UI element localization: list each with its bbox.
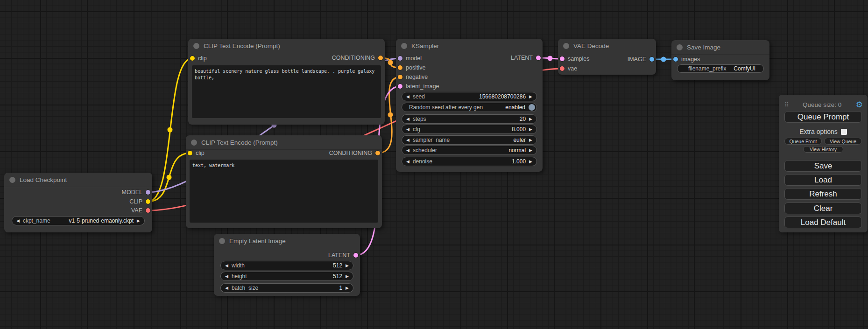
scheduler-widget[interactable]: ◀ scheduler normal ▶ xyxy=(402,146,537,155)
queue-panel[interactable]: ⠿ Queue size: 0 ⚙ Queue Prompt Extra opt… xyxy=(779,95,868,232)
arrow-left-icon[interactable]: ◀ xyxy=(406,127,409,132)
arrow-left-icon[interactable]: ◀ xyxy=(406,160,409,164)
output-slot-conditioning[interactable]: CONDITIONING xyxy=(332,53,383,63)
arrow-right-icon[interactable]: ▶ xyxy=(529,160,532,164)
cfg-widget[interactable]: ◀ cfg 8.000 ▶ xyxy=(402,125,537,134)
sampler-name-widget[interactable]: ◀ sampler_name euler ▶ xyxy=(402,135,537,145)
node-vae-decode[interactable]: VAE Decode samples vae IMAGE xyxy=(558,39,656,75)
height-widget[interactable]: ◀ height 512 ▶ xyxy=(220,272,353,281)
collapse-dot-icon[interactable] xyxy=(9,177,15,183)
view-history-button[interactable]: View History xyxy=(803,146,843,153)
image-port-icon[interactable] xyxy=(649,57,654,62)
random-seed-toggle[interactable]: Random seed after every gen enabled xyxy=(402,103,537,112)
node-load-checkpoint[interactable]: Load Checkpoint MODEL CLIP VAE ◀ ckpt_na… xyxy=(4,173,152,232)
collapse-dot-icon[interactable] xyxy=(219,238,225,244)
arrow-right-icon[interactable]: ▶ xyxy=(346,286,349,290)
toggle-knob-icon[interactable] xyxy=(529,104,535,111)
arrow-left-icon[interactable]: ◀ xyxy=(225,274,228,279)
node-clip-text-encode-negative[interactable]: CLIP Text Encode (Prompt) clip CONDITION… xyxy=(186,135,382,228)
queue-prompt-button[interactable]: Queue Prompt xyxy=(784,111,862,123)
drag-handle-icon[interactable]: ⠿ xyxy=(784,101,789,108)
collapse-dot-icon[interactable] xyxy=(191,140,197,146)
latent-port-icon[interactable] xyxy=(353,253,358,258)
arrow-right-icon[interactable]: ▶ xyxy=(529,117,532,121)
input-slot-vae[interactable]: vae xyxy=(560,64,577,73)
conditioning-port-icon[interactable] xyxy=(375,151,380,155)
arrow-right-icon[interactable]: ▶ xyxy=(137,219,140,223)
collapse-dot-icon[interactable] xyxy=(677,44,683,50)
clip-port-icon[interactable] xyxy=(190,56,195,61)
input-slot-images[interactable]: images xyxy=(673,55,700,64)
input-slot-negative[interactable]: negative xyxy=(398,72,428,82)
arrow-left-icon[interactable]: ◀ xyxy=(225,264,228,268)
input-slot-positive[interactable]: positive xyxy=(398,63,425,72)
refresh-button[interactable]: Refresh xyxy=(784,188,862,200)
model-port-icon[interactable] xyxy=(398,56,402,61)
arrow-right-icon[interactable]: ▶ xyxy=(346,264,349,268)
arrow-left-icon[interactable]: ◀ xyxy=(406,117,409,121)
input-slot-latent-image[interactable]: latent_image xyxy=(398,82,439,91)
node-title-bar[interactable]: CLIP Text Encode (Prompt) xyxy=(186,135,382,150)
image-port-icon[interactable] xyxy=(673,57,678,62)
input-slot-clip[interactable]: clip xyxy=(190,54,207,63)
node-title-bar[interactable]: KSampler xyxy=(396,39,543,53)
prompt-textarea[interactable]: text, watermark xyxy=(190,160,378,223)
node-empty-latent-image[interactable]: Empty Latent Image LATENT ◀ width 512 ▶ … xyxy=(214,234,360,296)
save-button[interactable]: Save xyxy=(784,160,862,172)
input-slot-model[interactable]: model xyxy=(398,54,422,63)
node-save-image[interactable]: Save Image images filename_prefix ComfyU… xyxy=(671,40,769,80)
view-queue-button[interactable]: View Queue xyxy=(824,138,862,145)
arrow-right-icon[interactable]: ▶ xyxy=(529,148,532,153)
output-slot-latent[interactable]: LATENT xyxy=(511,53,541,63)
steps-widget[interactable]: ◀ steps 20 ▶ xyxy=(402,114,537,124)
arrow-left-icon[interactable]: ◀ xyxy=(406,138,409,142)
node-title-bar[interactable]: CLIP Text Encode (Prompt) xyxy=(188,39,385,53)
arrow-right-icon[interactable]: ▶ xyxy=(346,274,349,279)
load-button[interactable]: Load xyxy=(784,174,862,186)
conditioning-port-icon[interactable] xyxy=(378,56,383,60)
arrow-right-icon[interactable]: ▶ xyxy=(529,138,532,142)
extra-options-checkbox[interactable] xyxy=(841,129,847,135)
clip-port-icon[interactable] xyxy=(188,151,192,155)
conditioning-port-icon[interactable] xyxy=(398,65,402,70)
queue-front-button[interactable]: Queue Front xyxy=(784,138,822,145)
output-slot-conditioning[interactable]: CONDITIONING xyxy=(329,148,380,158)
output-slot-image[interactable]: IMAGE xyxy=(628,55,654,64)
latent-port-icon[interactable] xyxy=(536,56,541,60)
output-slot-clip[interactable]: CLIP xyxy=(129,197,150,206)
clip-port-icon[interactable] xyxy=(146,199,150,204)
output-slot-model[interactable]: MODEL xyxy=(122,188,150,197)
filename-prefix-widget[interactable]: filename_prefix ComfyUI xyxy=(677,64,764,73)
clear-button[interactable]: Clear xyxy=(784,203,862,214)
vae-port-icon[interactable] xyxy=(146,208,150,213)
collapse-dot-icon[interactable] xyxy=(401,43,407,49)
comfyui-canvas[interactable]: { "port_colors": { "model": "#B39DDB", "… xyxy=(0,0,868,329)
collapse-dot-icon[interactable] xyxy=(563,43,569,49)
denoise-widget[interactable]: ◀ denoise 1.000 ▶ xyxy=(402,157,537,166)
seed-widget[interactable]: ◀ seed 156680208700286 ▶ xyxy=(402,92,537,101)
prompt-textarea[interactable]: beautiful scenery nature glass bottle la… xyxy=(192,65,381,118)
arrow-left-icon[interactable]: ◀ xyxy=(225,286,228,290)
node-title-bar[interactable]: Empty Latent Image xyxy=(214,234,360,248)
arrow-left-icon[interactable]: ◀ xyxy=(406,148,409,153)
gear-icon[interactable]: ⚙ xyxy=(856,101,863,109)
latent-port-icon[interactable] xyxy=(560,56,565,61)
arrow-right-icon[interactable]: ▶ xyxy=(529,127,532,132)
ckpt-name-widget[interactable]: ◀ ckpt_name v1-5-pruned-emaonly.ckpt ▶ xyxy=(12,216,145,225)
node-title-bar[interactable]: Load Checkpoint xyxy=(4,173,152,187)
model-port-icon[interactable] xyxy=(146,190,150,195)
conditioning-port-icon[interactable] xyxy=(398,75,402,79)
collapse-dot-icon[interactable] xyxy=(193,43,199,49)
node-clip-text-encode-positive[interactable]: CLIP Text Encode (Prompt) clip CONDITION… xyxy=(188,39,385,125)
output-slot-latent[interactable]: LATENT xyxy=(328,251,358,260)
latent-port-icon[interactable] xyxy=(398,84,402,89)
arrow-left-icon[interactable]: ◀ xyxy=(406,95,409,99)
arrow-right-icon[interactable]: ▶ xyxy=(529,95,532,99)
batch-size-widget[interactable]: ◀ batch_size 1 ▶ xyxy=(220,283,353,293)
vae-port-icon[interactable] xyxy=(560,66,565,71)
load-default-button[interactable]: Load Default xyxy=(784,217,862,228)
input-slot-samples[interactable]: samples xyxy=(560,54,590,63)
node-ksampler[interactable]: KSampler model positive negative latent_… xyxy=(396,39,543,172)
width-widget[interactable]: ◀ width 512 ▶ xyxy=(220,261,353,270)
input-slot-clip[interactable]: clip xyxy=(188,148,205,158)
